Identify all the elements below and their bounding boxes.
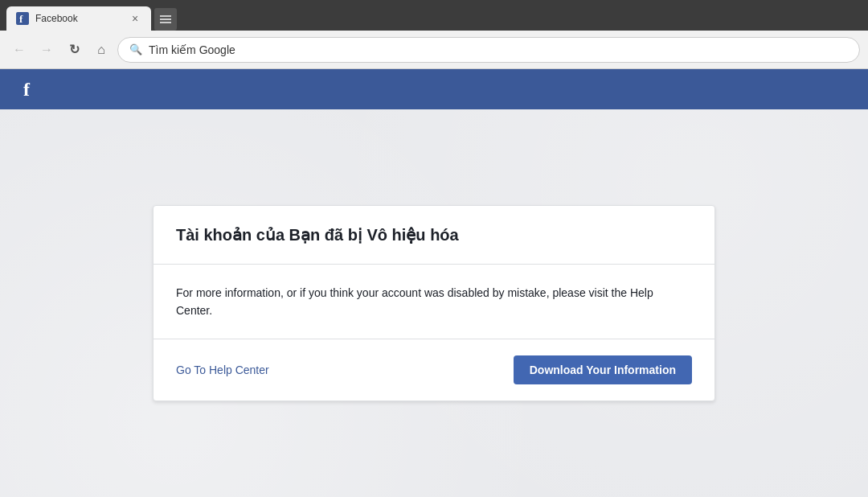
svg-rect-2 [160,15,171,17]
svg-rect-4 [160,22,171,23]
address-input[interactable] [149,43,848,56]
tab-bar: f Facebook × [0,0,868,31]
card-title-section: Tài khoản của Bạn đã bị Vô hiệu hóa [154,206,714,264]
facebook-header: f [0,69,868,109]
nav-bar: ← → ↻ ⌂ 🔍 [0,31,868,69]
browser-window: f Facebook × ← → ↻ ⌂ [0,0,868,497]
download-information-button[interactable]: Download Your Information [514,355,692,384]
content-area: f Tài khoản của Bạn đã bị Vô hiệu hóa Fo… [0,69,868,497]
svg-text:f: f [19,13,23,25]
address-bar[interactable]: 🔍 [117,37,860,63]
account-disabled-card: Tài khoản của Bạn đã bị Vô hiệu hóa For … [153,205,715,402]
reload-button[interactable]: ↻ [63,39,85,61]
help-center-link[interactable]: Go To Help Center [176,364,269,376]
tab-close-button[interactable]: × [129,12,141,25]
tab-controls[interactable] [154,8,177,31]
facebook-logo: f [13,76,40,103]
tab-title: Facebook [35,13,122,24]
browser-chrome: f Facebook × ← → ↻ ⌂ [0,0,868,69]
forward-button[interactable]: → [35,39,58,61]
back-button[interactable]: ← [8,39,31,61]
card-title: Tài khoản của Bạn đã bị Vô hiệu hóa [176,225,692,244]
tab-area-right [154,8,177,31]
search-icon: 🔍 [129,43,142,55]
svg-rect-3 [160,18,171,20]
home-button[interactable]: ⌂ [90,39,113,61]
card-body-text: For more information, or if you think yo… [176,284,692,320]
card-body: For more information, or if you think yo… [154,265,714,339]
tab-favicon: f [16,12,29,25]
card-footer: Go To Help Center Download Your Informat… [154,339,714,400]
page-content: Tài khoản của Bạn đã bị Vô hiệu hóa For … [0,109,868,497]
active-tab[interactable]: f Facebook × [6,6,151,31]
